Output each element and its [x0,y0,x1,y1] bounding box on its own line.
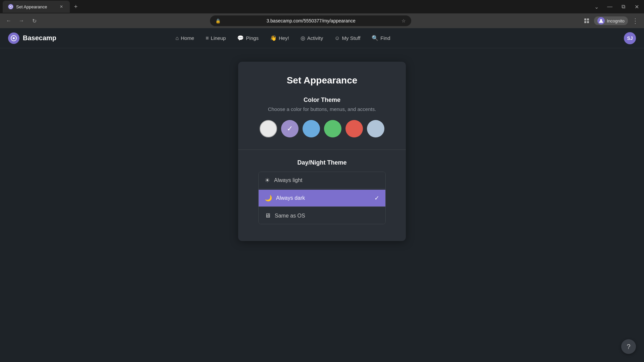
user-avatar[interactable]: SJ [624,32,636,44]
back-button[interactable]: ← [4,16,13,25]
color-swatch-red[interactable] [345,120,363,137]
page-content: Set Appearance Color Theme Choose a colo… [0,48,644,362]
moon-icon: 🌙 [265,194,272,202]
chevron-down-icon[interactable]: ⌄ [592,2,601,11]
theme-option-always-dark[interactable]: 🌙 Always dark ✓ [259,190,385,207]
basecamp-logo-text: Basecamp [23,34,56,42]
mystuff-icon: ☺ [334,35,340,41]
svg-rect-2 [584,18,586,20]
address-bar: ← → ↻ 🔒 3.basecamp.com/5550377/my/appear… [0,13,644,28]
nav-pings-label: Pings [246,35,259,41]
day-night-heading: Day/Night Theme [258,159,386,166]
address-container: 🔒 3.basecamp.com/5550377/my/appearance ☆ [42,15,579,26]
nav-activity-label: Activity [307,35,323,41]
browser-actions: Incognito ⋮ [582,16,640,25]
home-icon: ⌂ [175,35,179,41]
nav-lineup-label: Lineup [211,35,226,41]
color-theme-subtitle: Choose a color for buttons, menus, and a… [258,106,386,112]
svg-point-8 [13,37,15,39]
svg-rect-3 [587,18,589,20]
color-swatch-white[interactable] [260,120,277,137]
url-text: 3.basecamp.com/5550377/my/appearance [223,18,399,23]
nav-activity[interactable]: ◎ Activity [296,33,328,43]
nav-pings[interactable]: 💬 Pings [232,33,263,43]
nav-home-label: Home [181,35,194,41]
pings-icon: 💬 [237,35,244,41]
svg-point-1 [10,6,11,7]
browser-chrome: Set Appearance ✕ + ⌄ — ⧉ ✕ ← → ↻ 🔒 3.bas… [0,0,644,28]
nav-find-label: Find [380,35,390,41]
nav-mystuff[interactable]: ☺ My Stuff [330,33,365,43]
find-icon: 🔍 [372,35,378,41]
color-swatch-blue[interactable] [303,120,320,137]
theme-options: ☀ Always light 🌙 Always dark ✓ 🖥 Same as… [258,172,386,224]
selected-check-icon: ✓ [287,124,293,133]
maximize-button[interactable]: ⧉ [619,2,628,11]
same-as-os-label: Same as OS [275,213,379,219]
theme-option-same-as-os[interactable]: 🖥 Same as OS [259,207,385,224]
tab-close-button[interactable]: ✕ [58,4,64,10]
lock-icon: 🔒 [215,18,221,23]
always-light-label: Always light [274,177,379,183]
color-swatches: ✓ [258,120,386,137]
tab-title: Set Appearance [16,4,56,9]
nav-items: ⌂ Home ≡ Lineup 💬 Pings 👋 Hey! ◎ Activit… [171,33,395,43]
address-box[interactable]: 🔒 3.basecamp.com/5550377/my/appearance ☆ [210,15,411,26]
color-swatch-green[interactable] [324,120,341,137]
svg-rect-5 [587,21,589,23]
main-nav: Basecamp ⌂ Home ≡ Lineup 💬 Pings 👋 Hey! … [0,28,644,48]
dark-selected-icon: ✓ [374,194,379,202]
nav-find[interactable]: 🔍 Find [367,33,395,43]
nav-lineup[interactable]: ≡ Lineup [201,33,230,43]
tab-favicon [8,4,13,9]
color-theme-heading: Color Theme [258,97,386,104]
basecamp-logo[interactable]: Basecamp [8,33,56,44]
new-tab-button[interactable]: + [71,2,80,11]
section-divider [238,149,406,150]
nav-hey[interactable]: 👋 Hey! [265,33,294,43]
active-tab[interactable]: Set Appearance ✕ [3,1,70,13]
svg-rect-4 [584,21,586,23]
minimize-button[interactable]: — [605,2,614,11]
incognito-label: Incognito [607,18,625,23]
monitor-icon: 🖥 [265,212,271,219]
tab-bar: Set Appearance ✕ + ⌄ — ⧉ ✕ [0,0,644,13]
nav-mystuff-label: My Stuff [342,35,361,41]
lineup-icon: ≡ [206,35,209,41]
basecamp-logo-icon [8,33,19,44]
nav-hey-label: Hey! [279,35,289,41]
window-controls: ⌄ — ⧉ ✕ [592,2,641,11]
incognito-icon [597,17,605,24]
color-swatch-purple[interactable]: ✓ [281,120,299,137]
forward-button[interactable]: → [17,16,26,25]
incognito-badge[interactable]: Incognito [594,16,628,25]
nav-home[interactable]: ⌂ Home [171,33,199,43]
color-swatch-light-blue[interactable] [367,120,384,137]
browser-menu-button[interactable]: ⋮ [631,16,640,25]
color-theme-section: Color Theme Choose a color for buttons, … [258,97,386,137]
theme-option-always-light[interactable]: ☀ Always light [259,172,385,189]
page-title: Set Appearance [258,75,386,86]
window-close-button[interactable]: ✕ [632,2,641,11]
always-dark-label: Always dark [276,195,370,201]
bookmark-icon[interactable]: ☆ [401,18,406,23]
hey-icon: 👋 [270,35,277,41]
refresh-button[interactable]: ↻ [30,16,39,25]
day-night-section: Day/Night Theme ☀ Always light 🌙 Always … [258,159,386,224]
appearance-card: Set Appearance Color Theme Choose a colo… [238,62,406,241]
activity-icon: ◎ [301,35,305,41]
sun-icon: ☀ [265,177,270,184]
help-button[interactable]: ? [621,339,636,354]
extensions-button[interactable] [582,16,591,25]
